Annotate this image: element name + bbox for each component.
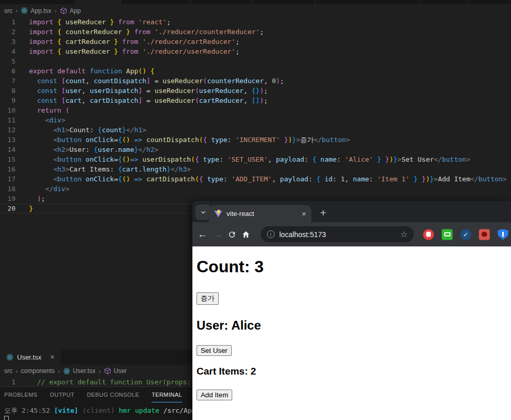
line-number: 2 — [0, 27, 16, 37]
set-user-button[interactable]: Set User — [197, 345, 232, 356]
user-heading: User: Alice — [197, 318, 511, 333]
new-tab-button[interactable]: + — [315, 205, 331, 221]
breadcrumb-app-tsx[interactable]: App.tsx — [31, 7, 51, 14]
check-badge-icon[interactable]: ✓ — [460, 229, 471, 240]
add-item-button[interactable]: Add Item — [197, 390, 232, 400]
breadcrumb-src[interactable]: src — [4, 367, 12, 375]
chevron-right-icon: › — [54, 7, 56, 14]
line-number: 4 — [0, 46, 16, 56]
line-number: 20 — [0, 204, 16, 213]
tab-user-tsx[interactable]: User.tsx × — [0, 349, 61, 365]
increment-button[interactable]: 증가 — [197, 292, 219, 305]
browser-window: vite-react × + ← → i localhost:5173 ☆ ✓ — [192, 201, 511, 420]
code-line: 6export default function App() { — [0, 66, 511, 76]
line-number: 10 — [0, 105, 16, 115]
line-number: 5 — [0, 56, 16, 66]
line-number: 1 — [0, 17, 16, 27]
adblock-icon[interactable] — [423, 229, 434, 240]
count-heading: Count: 3 — [197, 257, 511, 276]
code-line: 4import { userReducer } from './reducer/… — [0, 46, 511, 56]
editor-tab-strip — [0, 0, 511, 4]
code-line: 17 <button onClick={() => cartDispatch({… — [0, 174, 511, 184]
back-button[interactable]: ← — [198, 229, 207, 240]
red-extension-icon[interactable] — [479, 229, 490, 240]
line-number: 1 — [0, 377, 16, 387]
terminal-cursor — [4, 416, 9, 420]
code-line: 16 <h3>Cart Items: {cart.length}</h3> — [0, 164, 511, 174]
reload-button[interactable] — [228, 230, 236, 239]
symbol-component-icon — [104, 367, 111, 375]
code-line: 10 return ( — [0, 105, 511, 115]
line-number: 19 — [0, 194, 16, 204]
browser-toolbar: ← → i localhost:5173 ☆ ✓ — [192, 222, 511, 246]
screen-capture-icon[interactable] — [442, 229, 453, 240]
address-bar[interactable]: i localhost:5173 ☆ — [261, 226, 414, 242]
code-line: 7 const [count, countDispatch] = useRedu… — [0, 76, 511, 86]
screenshot-root: src › App.tsx › App 1import { useReducer… — [0, 0, 511, 420]
line-number: 8 — [0, 86, 16, 96]
code-line: 18 </div> — [0, 184, 511, 194]
home-button[interactable] — [242, 230, 250, 239]
code-line: 12 <h1>Count: {count}</h1> — [0, 125, 511, 135]
editor-lines: 1import { useReducer } from 'react';2imp… — [0, 17, 511, 213]
vite-favicon — [214, 210, 222, 217]
browser-page: Count: 3 증가 User: Alice Set User Cart It… — [192, 246, 511, 420]
panel-tab-debug-console[interactable]: DEBUG CONSOLE — [87, 387, 139, 402]
cart-heading: Cart Items: 2 — [197, 366, 511, 377]
symbol-component-icon — [60, 7, 67, 14]
line-number: 12 — [0, 125, 16, 135]
line-number: 17 — [0, 174, 16, 184]
chevron-right-icon: › — [16, 7, 18, 14]
code-line: 9 const [cart, cartDispatch] = useReduce… — [0, 96, 511, 105]
close-icon[interactable]: × — [302, 209, 306, 218]
breadcrumb-user-symbol[interactable]: User — [114, 367, 127, 375]
line-number: 9 — [0, 96, 16, 105]
code-line: 1import { useReducer } from 'react'; — [0, 17, 511, 27]
url-text[interactable]: localhost:5173 — [279, 230, 396, 239]
browser-tab-vite-react[interactable]: vite-react × — [209, 205, 311, 222]
breadcrumb-src[interactable]: src — [4, 7, 12, 14]
code-line: 2import { counterReducer } from './reduc… — [0, 27, 511, 37]
react-icon — [21, 7, 28, 14]
panel-tab-problems[interactable]: PROBLEMS — [4, 387, 37, 402]
panel-tab-output[interactable]: OUTPUT — [50, 387, 74, 402]
code-line: 3import { cartReducer } from './reducer/… — [0, 37, 511, 46]
chevron-right-icon: › — [98, 367, 100, 375]
active-editor-tab[interactable] — [75, 0, 121, 4]
react-icon — [63, 368, 70, 375]
code-line: 5 — [0, 56, 511, 66]
line-number: 18 — [0, 184, 16, 194]
breadcrumb-components[interactable]: components — [21, 367, 54, 375]
line-number: 3 — [0, 37, 16, 46]
breadcrumb-user-tsx[interactable]: User.tsx — [73, 367, 95, 375]
bookmark-star-icon[interactable]: ☆ — [400, 229, 408, 239]
close-icon[interactable]: × — [50, 353, 54, 361]
code-line: 13 <button onClick={() => countDispatch(… — [0, 135, 511, 145]
chevron-right-icon: › — [58, 367, 60, 375]
code-line: 14 <h2>User: {user.name}</h2> — [0, 145, 511, 154]
line-number: 15 — [0, 154, 16, 164]
shield-icon[interactable] — [498, 229, 508, 240]
breadcrumb: src › App.tsx › App — [0, 4, 511, 17]
tab-title: vite-react — [227, 210, 297, 217]
react-icon — [6, 354, 13, 361]
code-line: 15 <button onClick={()=> userDispatch({ … — [0, 154, 511, 164]
browser-tab-strip: vite-react × + — [192, 201, 511, 222]
code-line: 8 const [user, userDispatch] = useReduce… — [0, 86, 511, 96]
panel-tab-terminal[interactable]: TERMINAL — [152, 387, 182, 402]
line-number: 11 — [0, 115, 16, 125]
line-number: 7 — [0, 76, 16, 86]
line-number: 16 — [0, 164, 16, 174]
chevron-right-icon: › — [16, 367, 18, 375]
code-line: 11 <div> — [0, 115, 511, 125]
extension-icons: ✓ — [423, 229, 508, 240]
site-info-icon[interactable]: i — [267, 230, 275, 238]
line-number: 6 — [0, 66, 16, 76]
tab-label: User.tsx — [17, 353, 41, 361]
forward-button[interactable]: → — [213, 229, 223, 240]
breadcrumb-app-symbol[interactable]: App — [70, 7, 81, 14]
line-number: 14 — [0, 145, 16, 154]
chevron-down-icon — [200, 209, 207, 216]
line-number: 13 — [0, 135, 16, 145]
